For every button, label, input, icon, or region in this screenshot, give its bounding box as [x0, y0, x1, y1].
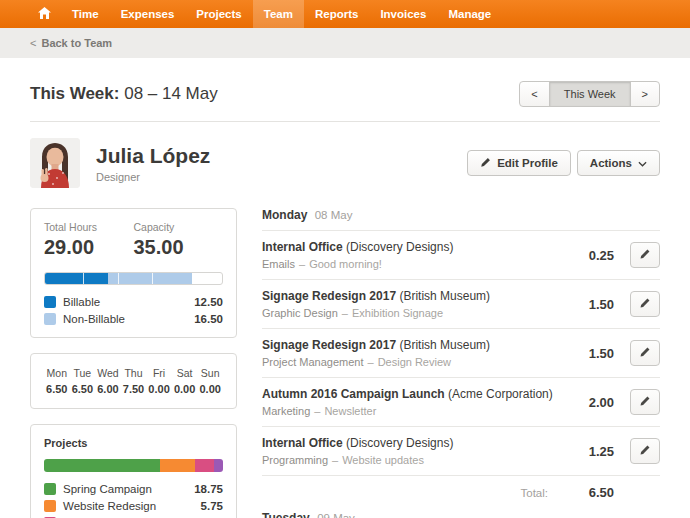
entry-separator: – — [342, 307, 348, 319]
pencil-icon — [639, 444, 651, 459]
day-section-tuesday: Tuesday 09 May Internal Office (Discover… — [262, 511, 660, 518]
entry-hours: 1.50 — [558, 297, 614, 312]
projects-bar — [44, 459, 223, 472]
edit-entry-button[interactable] — [630, 340, 660, 366]
non-billable-legend-row: Non-Billable 16.50 — [44, 313, 223, 325]
day-value: 0.00 — [172, 383, 198, 395]
day-label: Sun — [197, 367, 223, 379]
nav-item-reports[interactable]: Reports — [304, 0, 369, 28]
profile-actions: Edit Profile Actions — [467, 150, 660, 176]
nav-item-team[interactable]: Team — [253, 0, 304, 28]
entry-task: Project Management — [262, 356, 364, 368]
entry-details: Autumn 2016 Campaign Launch (Acme Corpor… — [262, 387, 558, 417]
breadcrumb[interactable]: < Back to Team — [30, 37, 112, 49]
time-entry-row: Signage Redesign 2017 (British Museum) G… — [262, 280, 660, 329]
billable-legend-row: Billable 12.50 — [44, 296, 223, 308]
this-week-button[interactable]: This Week — [549, 81, 631, 107]
day-label: Tue — [70, 367, 96, 379]
entry-task: Graphic Design — [262, 307, 338, 319]
week-days-card: Mon 6.50 Tue 6.50 Wed 6.00 Thu 7.50 — [30, 353, 237, 409]
breadcrumb-label: Back to Team — [41, 37, 112, 49]
week-nav-control: < This Week > — [519, 81, 660, 107]
edit-entry-button[interactable] — [630, 242, 660, 268]
nav-item-projects[interactable]: Projects — [185, 0, 252, 28]
nav-item-expenses[interactable]: Expenses — [110, 0, 186, 28]
timesheet-list: Monday 08 May Internal Office (Discovery… — [262, 208, 660, 518]
entry-client: (Acme Corporation) — [448, 387, 553, 401]
capacity-stat: Capacity 35.00 — [134, 221, 224, 259]
profile-role: Designer — [96, 171, 210, 183]
prev-week-button[interactable]: < — [519, 81, 549, 107]
day-col-wed: Wed 6.00 — [95, 367, 121, 395]
nav-item-time[interactable]: Time — [61, 0, 110, 28]
hours-progress-bar — [44, 272, 223, 285]
next-week-button[interactable]: > — [630, 81, 660, 107]
nav-item-manage[interactable]: Manage — [437, 0, 502, 28]
project-hours: 5.75 — [201, 500, 223, 512]
entry-separator: – — [314, 405, 320, 417]
day-name: Tuesday — [262, 511, 310, 518]
entry-details: Signage Redesign 2017 (British Museum) P… — [262, 338, 558, 368]
billable-value: 12.50 — [194, 296, 223, 308]
day-label: Sat — [172, 367, 198, 379]
entry-separator: – — [299, 258, 305, 270]
entry-hours: 1.25 — [558, 444, 614, 459]
profile-name: Julia López — [96, 144, 210, 168]
hours-legend: Billable 12.50 Non-Billable 16.50 — [44, 296, 223, 325]
pencil-icon — [639, 395, 651, 410]
non-billable-bar-segment — [108, 273, 192, 284]
edit-profile-button[interactable]: Edit Profile — [467, 150, 571, 176]
entry-project: Signage Redesign 2017 — [262, 289, 396, 303]
day-value: 7.50 — [121, 383, 147, 395]
day-header: Monday 08 May — [262, 208, 660, 231]
entry-task: Programming — [262, 454, 328, 466]
edit-entry-button[interactable] — [630, 438, 660, 464]
day-value: 0.00 — [197, 383, 223, 395]
entry-project: Autumn 2016 Campaign Launch — [262, 387, 445, 401]
chevron-left-icon: < — [30, 37, 36, 49]
profile-header: Julia López Designer Edit Profile Action… — [30, 138, 660, 188]
entry-note: Good morning! — [309, 258, 382, 270]
summary-sidebar: Total Hours 29.00 Capacity 35.00 — [30, 208, 237, 518]
day-total-row: Total: 6.50 — [262, 476, 660, 508]
non-billable-label: Non-Billable — [63, 313, 125, 325]
project-name: Website Redesign — [63, 500, 156, 512]
project-bar-segment — [44, 459, 160, 472]
total-hours-value: 29.00 — [44, 236, 134, 259]
day-col-sun: Sun 0.00 — [197, 367, 223, 395]
chevron-down-icon — [638, 157, 647, 169]
projects-card: Projects Spring Campaign 18.75 Web — [30, 424, 237, 518]
entry-client: (Discovery Designs) — [346, 240, 453, 254]
project-bar-segment — [160, 459, 195, 472]
home-tab[interactable] — [28, 0, 61, 28]
capacity-label: Capacity — [134, 221, 224, 233]
entry-hours: 1.50 — [558, 346, 614, 361]
day-col-tue: Tue 6.50 — [70, 367, 96, 395]
profile-names: Julia López Designer — [96, 144, 210, 183]
entry-client: (British Museum) — [399, 289, 490, 303]
total-hours-label: Total Hours — [44, 221, 134, 233]
day-value: 0.00 — [146, 383, 172, 395]
breadcrumb-bar: < Back to Team — [0, 28, 690, 58]
edit-entry-button[interactable] — [630, 291, 660, 317]
total-hours-stat: Total Hours 29.00 — [44, 221, 134, 259]
projects-legend: Spring Campaign 18.75 Website Redesign 5… — [44, 483, 223, 518]
actions-label: Actions — [590, 157, 632, 169]
hours-stats: Total Hours 29.00 Capacity 35.00 — [44, 221, 223, 259]
nav-item-invoices[interactable]: Invoices — [369, 0, 437, 28]
billable-bar-segment — [45, 273, 108, 284]
entry-separator: – — [332, 454, 338, 466]
day-date: 08 May — [315, 209, 353, 221]
actions-button[interactable]: Actions — [577, 150, 660, 176]
entry-note: Design Review — [378, 356, 451, 368]
pencil-icon — [639, 248, 651, 263]
entry-client: (Discovery Designs) — [346, 436, 453, 450]
main-content: This Week: 08 – 14 May < This Week > — [0, 81, 690, 518]
entry-project: Internal Office — [262, 436, 343, 450]
day-name: Monday — [262, 208, 307, 222]
entry-project: Signage Redesign 2017 — [262, 338, 396, 352]
day-label: Thu — [121, 367, 147, 379]
entry-task: Emails — [262, 258, 295, 270]
edit-entry-button[interactable] — [630, 389, 660, 415]
legend-swatch — [44, 500, 56, 512]
